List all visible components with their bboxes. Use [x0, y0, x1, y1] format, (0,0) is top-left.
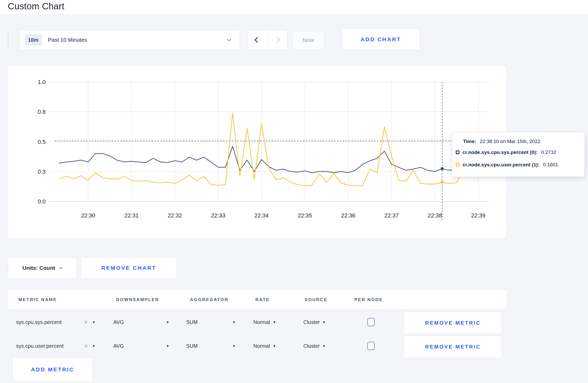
column-header: AGGREGATOR — [190, 290, 228, 309]
x-tick-label: 22:34 — [254, 212, 269, 219]
tooltip-series-value: 0.2732 — [541, 150, 556, 155]
tooltip-series-reading: cr.node.sys.cpu.user.percent (1): 0.1601 — [456, 162, 558, 168]
x-tick-label: 22:36 — [341, 212, 355, 219]
page-title: Custom Chart — [8, 1, 64, 11]
aggregator-value: SUM — [186, 343, 198, 349]
y-tick-label: 0.3 — [38, 168, 46, 175]
source-value: Cluster — [303, 343, 320, 349]
aggregator-select[interactable]: SUM▼ — [186, 334, 236, 358]
tooltip-time-prefix: Time: — [463, 139, 476, 144]
time-range-select[interactable]: 10m Past 10 Minutes — [19, 30, 240, 50]
x-tick-label: 22:30 — [81, 212, 95, 219]
downsampler-value: AVG — [113, 319, 124, 325]
source-select[interactable]: Cluster▼ — [303, 334, 326, 358]
caret-down-icon: ▼ — [232, 344, 236, 348]
series-swatch-icon — [456, 163, 459, 167]
line-chart[interactable]: 0.00.30.50.81.022:3022:3122:3222:3322:34… — [8, 66, 507, 239]
rate-select[interactable]: Normal▼ — [253, 334, 276, 358]
x-tick-label: 22:37 — [384, 212, 399, 219]
caret-down-icon: ▼ — [272, 344, 276, 348]
column-header: RATE — [255, 290, 270, 309]
series-line-user — [59, 113, 486, 186]
time-pager — [247, 30, 287, 50]
y-tick-label: 0.0 — [38, 198, 46, 205]
downsampler-select[interactable]: AVG▼ — [113, 334, 169, 358]
remove-metric-button[interactable]: REMOVE METRIC — [404, 336, 502, 358]
now-button[interactable]: Now — [292, 31, 324, 49]
metric-row: sys.cpu.user.percent ✕ ▼ AVG▼ SUM▼ Norma… — [8, 334, 507, 358]
source-select[interactable]: Cluster▼ — [303, 310, 326, 334]
tooltip-time-value: 22:38:10 on Mar 15th, 2022 — [480, 139, 540, 144]
chart-card: 0.00.30.50.81.022:3022:3122:3222:3322:34… — [8, 66, 507, 238]
tooltip-series-reading: cr.node.sys.cpu.sys.percent (0): 0.2732 — [456, 150, 556, 155]
time-range-badge: 10m — [25, 34, 42, 46]
x-tick-label: 22:33 — [211, 212, 225, 219]
series-line-sys — [59, 146, 486, 173]
tooltip-time: Time:22:38:10 on Mar 15th, 2022 — [463, 139, 540, 144]
clear-icon[interactable]: ✕ — [84, 343, 88, 349]
time-range-label: Past 10 Minutes — [48, 37, 87, 43]
series-swatch-icon — [456, 151, 459, 154]
per-node-checkbox[interactable] — [367, 318, 375, 326]
caret-down-icon: ▼ — [322, 344, 326, 348]
source-value: Cluster — [303, 319, 320, 325]
metric-name-label: sys.cpu.user.percent — [16, 343, 64, 349]
caret-down-icon: ▼ — [272, 320, 276, 324]
y-tick-label: 0.8 — [38, 109, 46, 115]
time-prev-button[interactable] — [248, 30, 268, 49]
x-tick-label: 22:35 — [298, 212, 312, 219]
aggregator-select[interactable]: SUM▼ — [186, 310, 236, 334]
time-next-button[interactable] — [268, 30, 287, 49]
add-metric-button[interactable]: ADD METRIC — [12, 358, 93, 381]
y-tick-label: 1.0 — [38, 79, 46, 85]
caret-down-icon: ▼ — [166, 320, 169, 324]
units-select[interactable]: Units: Count — [8, 257, 77, 279]
caret-down-icon: ▼ — [322, 320, 326, 324]
remove-chart-button[interactable]: REMOVE CHART — [81, 257, 177, 279]
metric-name-select[interactable]: sys.cpu.user.percent ✕ ▼ — [16, 334, 95, 358]
top-band — [0, 0, 588, 14]
downsampler-select[interactable]: AVG▼ — [113, 310, 169, 334]
x-tick-label: 22:39 — [471, 212, 485, 219]
x-tick-label: 22:38 — [428, 212, 442, 219]
hover-point-sys — [440, 167, 444, 170]
metric-name-label: sys.cpu.sys.percent — [16, 319, 62, 325]
chart-tooltip: Time:22:38:10 on Mar 15th, 2022 cr.node.… — [452, 132, 585, 177]
metrics-table-header: METRIC NAMEDOWNSAMPLERAGGREGATORRATESOUR… — [8, 290, 507, 310]
column-header: DOWNSAMPLER — [116, 290, 159, 309]
chevron-down-icon — [59, 266, 63, 269]
x-tick-label: 22:31 — [124, 212, 139, 219]
add-chart-button[interactable]: ADD CHART — [342, 29, 420, 50]
metric-name-select[interactable]: sys.cpu.sys.percent ✕ ▼ — [16, 310, 95, 334]
toolbar-divider — [8, 31, 8, 48]
tooltip-series-label: cr.node.sys.cpu.user.percent (1): — [463, 162, 540, 168]
rate-select[interactable]: Normal▼ — [253, 310, 276, 334]
caret-down-icon: ▼ — [166, 344, 169, 348]
tooltip-series-label: cr.node.sys.cpu.sys.percent (0): — [463, 150, 537, 155]
column-header: SOURCE — [305, 290, 327, 309]
downsampler-value: AVG — [113, 343, 124, 349]
hover-point-user — [440, 181, 444, 184]
x-tick-label: 22:32 — [168, 212, 182, 219]
remove-metric-button[interactable]: REMOVE METRIC — [404, 312, 502, 334]
per-node-checkbox[interactable] — [367, 342, 375, 350]
chevron-left-icon — [254, 37, 260, 43]
rate-value: Normal — [253, 319, 270, 325]
caret-down-icon: ▼ — [232, 320, 236, 324]
chevron-right-icon — [274, 37, 280, 43]
units-label: Units: Count — [23, 265, 55, 271]
clear-icon[interactable]: ✕ — [84, 319, 88, 325]
tooltip-series-value: 0.1601 — [543, 162, 558, 168]
rate-value: Normal — [253, 343, 270, 349]
y-tick-label: 0.5 — [38, 139, 46, 145]
column-header: METRIC NAME — [18, 290, 57, 309]
caret-down-icon: ▼ — [92, 344, 95, 348]
chevron-down-icon — [227, 37, 231, 41]
aggregator-value: SUM — [186, 319, 198, 325]
column-header: PER NODE — [354, 290, 383, 309]
metric-row: sys.cpu.sys.percent ✕ ▼ AVG▼ SUM▼ Normal… — [8, 310, 507, 334]
caret-down-icon: ▼ — [92, 320, 95, 324]
